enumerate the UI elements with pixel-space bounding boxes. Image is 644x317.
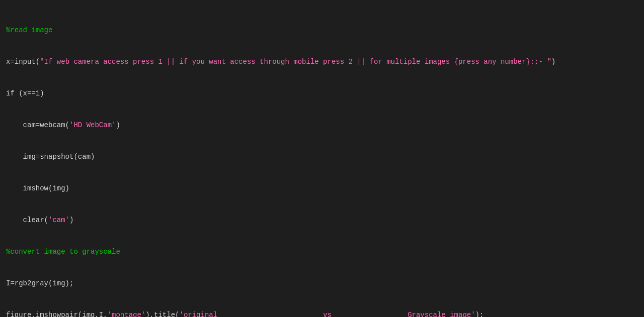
line-5: img=snapshot(cam) — [6, 152, 638, 162]
line-10: figure,imshowpair(img,I,'montage'),title… — [6, 310, 638, 317]
line-8: %convert image to grayscale — [6, 247, 638, 257]
line-2: x=input("If web camera access press 1 ||… — [6, 57, 638, 67]
line-4: cam=webcam('HD WebCam') — [6, 120, 638, 131]
comment: %read image — [6, 26, 52, 34]
code-text: x=input("If web camera access press 1 ||… — [6, 58, 555, 66]
code-text: imshow(img) — [6, 184, 69, 192]
code-text: if (x==1) — [6, 89, 44, 97]
code-text: figure,imshowpair(img,I,'montage'),title… — [6, 311, 484, 317]
line-3: if (x==1) — [6, 88, 638, 99]
code-editor: %read image x=input("If web camera acces… — [0, 0, 644, 317]
code-text: clear('cam') — [6, 216, 73, 224]
comment: %convert image to grayscale — [6, 248, 120, 256]
code-text: cam=webcam('HD WebCam') — [6, 121, 120, 129]
line-1: %read image — [6, 25, 638, 36]
code-text: img=snapshot(cam) — [6, 153, 95, 161]
line-9: I=rgb2gray(img); — [6, 278, 638, 289]
line-6: imshow(img) — [6, 183, 638, 194]
code-text: I=rgb2gray(img); — [6, 279, 73, 287]
line-7: clear('cam') — [6, 215, 638, 226]
